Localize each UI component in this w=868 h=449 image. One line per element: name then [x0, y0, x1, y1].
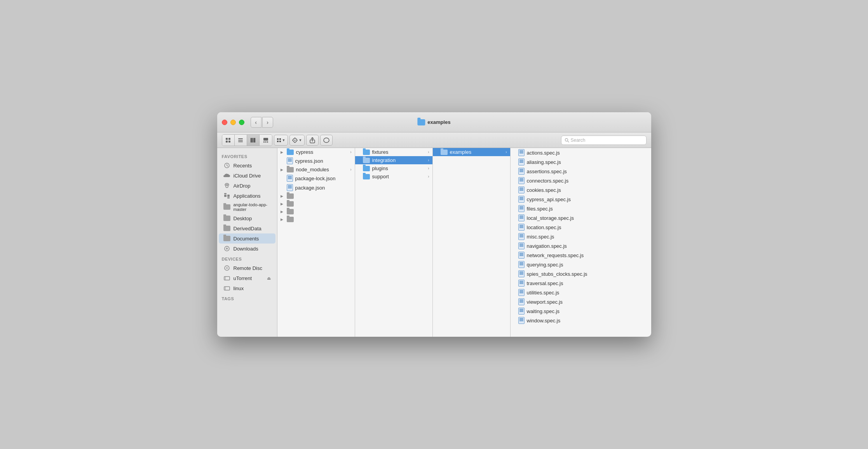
applications-icon — [223, 192, 230, 199]
spec-file-icon — [518, 261, 525, 268]
toolbar: ▼ ▼ — [217, 132, 651, 148]
sidebar-item-icloud[interactable]: iCloud Drive — [219, 171, 275, 181]
sidebar-item-documents[interactable]: Documents — [219, 233, 275, 244]
col4-aliasing[interactable]: aliasing.spec.js — [511, 157, 600, 167]
downloads-icon — [223, 245, 230, 252]
col1-extra2[interactable]: ▶ — [277, 200, 355, 208]
spec-file-icon — [518, 149, 525, 156]
spec-file-icon — [518, 289, 525, 296]
col4-traversal[interactable]: traversal.spec.js — [511, 278, 600, 288]
search-box[interactable]: Search — [561, 136, 647, 145]
tag-button[interactable] — [320, 135, 333, 146]
back-button[interactable]: ‹ — [251, 117, 261, 128]
col1-package-lock[interactable]: package-lock.json — [277, 174, 355, 183]
spec-file-icon — [518, 280, 525, 287]
view-options-button[interactable]: ▼ — [274, 135, 288, 146]
col1-cypress[interactable]: ▶ cypress › — [277, 148, 355, 156]
sidebar-item-airdrop[interactable]: AirDrop — [219, 181, 275, 191]
close-button[interactable] — [222, 120, 227, 125]
item-label: connectors.spec.js — [527, 178, 569, 184]
col2-integration[interactable]: integration › — [355, 156, 432, 164]
col1-package-json[interactable]: package.json — [277, 183, 355, 192]
sidebar: Favorites Recents iCloud Drive — [217, 148, 277, 337]
col4-cypress-api[interactable]: cypress_api.spec.js — [511, 195, 600, 204]
forward-button[interactable]: › — [262, 117, 273, 128]
col2-support[interactable]: support › — [355, 172, 432, 181]
item-label: cypress — [296, 149, 314, 155]
sidebar-item-linux[interactable]: linux — [219, 283, 275, 293]
sidebar-item-remotedisc[interactable]: Remote Disc — [219, 263, 275, 273]
col4-spies-stubs[interactable]: spies_stubs_clocks.spec.js — [511, 269, 600, 278]
col3-examples[interactable]: examples › — [433, 148, 510, 156]
col4-network-requests[interactable]: network_requests.spec.js — [511, 251, 600, 260]
spec-file-icon — [518, 298, 525, 305]
window-title: examples — [427, 119, 450, 125]
view-column-button[interactable] — [247, 135, 260, 146]
col4-assertions[interactable]: assertions.spec.js — [511, 167, 600, 176]
action-button[interactable]: ▼ — [289, 135, 305, 146]
svg-rect-37 — [224, 277, 230, 280]
col4-querying[interactable]: querying.spec.js — [511, 260, 600, 269]
col4-connectors[interactable]: connectors.spec.js — [511, 176, 600, 185]
deriveddata-folder-icon — [223, 225, 230, 232]
minimize-button[interactable] — [230, 120, 236, 125]
item-label: package.json — [295, 185, 325, 191]
svg-rect-31 — [227, 195, 230, 197]
chevron-right-icon: › — [428, 158, 429, 162]
col1-cypress-json[interactable]: cypress.json — [277, 156, 355, 165]
expand-arrow: ▶ — [281, 168, 284, 172]
col1-extra4[interactable]: ▶ — [277, 216, 355, 223]
share-button[interactable] — [306, 135, 319, 146]
file-icon — [287, 157, 293, 164]
nav-buttons: ‹ › — [251, 117, 273, 128]
spec-file-icon — [518, 233, 525, 240]
svg-rect-4 — [238, 138, 243, 139]
sidebar-recents-label: Recents — [234, 163, 252, 169]
sidebar-angular-label: angular-todo-app-master — [234, 202, 271, 212]
item-label: local_storage.spec.js — [527, 215, 574, 221]
item-label: plugins — [372, 165, 388, 171]
browser-columns: ▶ cypress › cypress.json ▶ node_modules … — [277, 148, 651, 337]
svg-rect-7 — [251, 138, 252, 143]
col4-actions[interactable]: actions.spec.js — [511, 148, 600, 157]
sidebar-item-angular[interactable]: angular-todo-app-master — [219, 201, 275, 213]
expand-arrow: ▶ — [281, 210, 284, 214]
col4-location[interactable]: location.spec.js — [511, 223, 600, 232]
spec-file-icon — [518, 308, 525, 315]
col4-cookies[interactable]: cookies.spec.js — [511, 185, 600, 195]
eject-icon[interactable]: ⏏ — [267, 276, 271, 281]
col2-plugins[interactable]: plugins › — [355, 164, 432, 172]
sidebar-icloud-label: iCloud Drive — [234, 173, 261, 179]
folder-icon — [287, 217, 294, 222]
sidebar-item-utorrent[interactable]: uTorrent ⏏ — [219, 273, 275, 283]
spec-file-icon — [518, 317, 525, 324]
folder-icon — [287, 193, 294, 199]
col4-window[interactable]: window.spec.js — [511, 316, 600, 325]
svg-rect-8 — [253, 138, 254, 143]
col1-node-modules[interactable]: ▶ node_modules › — [277, 165, 355, 174]
view-gallery-button[interactable] — [260, 135, 272, 146]
col4-viewport[interactable]: viewport.spec.js — [511, 297, 600, 306]
view-icon-button[interactable] — [222, 135, 235, 146]
col4-files[interactable]: files.spec.js — [511, 204, 600, 213]
folder-icon — [441, 150, 448, 155]
maximize-button[interactable] — [239, 120, 244, 125]
col4-waiting[interactable]: waiting.spec.js — [511, 306, 600, 316]
sidebar-item-desktop[interactable]: Desktop — [219, 213, 275, 223]
svg-rect-11 — [263, 141, 265, 143]
spec-file-icon — [518, 177, 525, 184]
chevron-right-icon: › — [505, 150, 507, 154]
col4-local-storage[interactable]: local_storage.spec.js — [511, 213, 600, 223]
col4-utilities[interactable]: utilities.spec.js — [511, 288, 600, 297]
col1-extra1[interactable]: ▶ — [277, 192, 355, 200]
svg-line-27 — [567, 141, 568, 142]
col1-extra3[interactable]: ▶ — [277, 208, 355, 216]
col4-misc[interactable]: misc.spec.js — [511, 232, 600, 241]
col4-navigation[interactable]: navigation.spec.js — [511, 241, 600, 251]
sidebar-item-applications[interactable]: Applications — [219, 191, 275, 201]
view-list-button[interactable] — [235, 135, 247, 146]
sidebar-item-downloads[interactable]: Downloads — [219, 244, 275, 254]
col2-fixtures[interactable]: fixtures › — [355, 148, 432, 156]
sidebar-item-deriveddata[interactable]: DerivedData — [219, 223, 275, 233]
sidebar-item-recents[interactable]: Recents — [219, 160, 275, 171]
